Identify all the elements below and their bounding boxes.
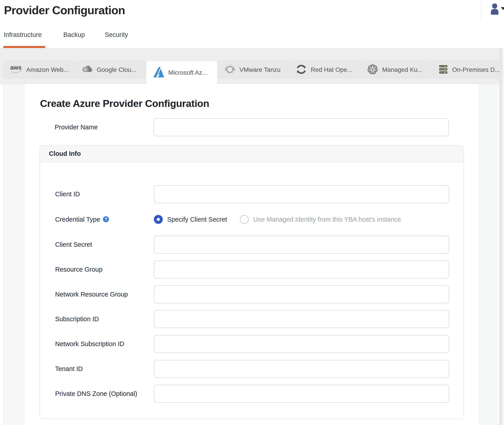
provider-tab-label: Google Clou... (97, 66, 137, 73)
provider-tab-label: Red Hat Ope... (311, 66, 352, 73)
tenant-id-input[interactable] (154, 360, 449, 378)
radio-option-label: Use Managed Identity from this YBA host'… (253, 216, 401, 223)
radio-use-managed-identity[interactable]: Use Managed Identity from this YBA host'… (240, 215, 401, 224)
network-resource-group-label: Network Resource Group (55, 286, 128, 303)
vmware-tanzu-icon (224, 63, 236, 76)
form-row-client-id: Client ID (40, 185, 464, 203)
tenant-id-label: Tenant ID (55, 360, 83, 378)
radio-unselected-icon[interactable] (240, 215, 249, 224)
section-title: Cloud Info (49, 150, 81, 157)
provider-tab-label: Managed Ku... (382, 66, 423, 73)
client-id-label: Client ID (55, 185, 80, 203)
active-tab-underline (3, 46, 45, 48)
network-subscription-id-label: Network Subscription ID (55, 335, 124, 353)
tab-infrastructure[interactable]: Infrastructure (4, 31, 42, 39)
provider-tab-aws[interactable]: aws Amazon Web... (4, 61, 74, 78)
subscription-id-label: Subscription ID (55, 310, 99, 328)
resource-group-input[interactable] (154, 260, 449, 279)
credential-type-label: Credential Type? (55, 211, 109, 228)
chevron-down-icon[interactable] (501, 7, 504, 10)
google-cloud-icon (81, 64, 93, 76)
provider-tab-azure[interactable]: Microsoft Az... (146, 61, 217, 84)
client-id-input[interactable] (154, 185, 449, 203)
form-row-client-secret: Client Secret (40, 236, 464, 254)
provider-name-label: Provider Name (55, 118, 98, 136)
provider-tab-label: On-Premises D... (452, 66, 500, 73)
tab-backup[interactable]: Backup (63, 31, 85, 39)
radio-option-label: Specify Client Secret (167, 216, 227, 223)
form-row-network-resource-group: Network Resource Group (40, 286, 464, 303)
network-resource-group-input[interactable] (154, 286, 449, 303)
network-subscription-id-input[interactable] (154, 335, 449, 353)
page-edge-shadow (500, 48, 504, 425)
provider-tab-tanzu[interactable]: VMware Tanzu (218, 61, 288, 78)
svg-text:aws: aws (10, 64, 22, 71)
provider-tab-kubernetes[interactable]: Managed Ku... (361, 61, 431, 78)
private-dns-zone-label: Private DNS Zone (Optional) (55, 385, 137, 403)
provider-tab-label: Amazon Web... (26, 66, 69, 73)
openshift-icon (295, 63, 307, 76)
subscription-id-input[interactable] (154, 310, 449, 328)
client-secret-label: Client Secret (55, 236, 92, 254)
form-row-network-subscription-id: Network Subscription ID (40, 335, 464, 353)
private-dns-zone-input[interactable] (154, 385, 449, 403)
header-divider (481, 1, 482, 21)
cloud-info-header: Cloud Info (40, 146, 464, 162)
provider-tab-label: VMware Tanzu (239, 66, 281, 73)
provider-tab-openshift[interactable]: Red Hat Ope... (289, 61, 360, 78)
resource-group-label: Resource Group (55, 260, 102, 279)
credential-type-label-text: Credential Type (55, 216, 100, 223)
form-row-credential-type: Credential Type? Specify Client Secret U… (40, 211, 464, 228)
provider-name-input[interactable] (153, 118, 449, 136)
provider-tab-label: Microsoft Az... (168, 69, 207, 76)
onprem-server-icon (438, 64, 449, 76)
radio-selected-icon[interactable] (154, 215, 163, 224)
credential-type-options: Specify Client Secret Use Managed Identi… (154, 211, 401, 228)
provider-tab-onprem[interactable]: On-Premises D... (432, 61, 503, 78)
cloud-info-card: Cloud Info Client ID Credential Type? Sp… (40, 145, 464, 419)
provider-tabs: aws Amazon Web... Google Clou... Microso… (4, 61, 503, 84)
kubernetes-icon (367, 63, 379, 76)
form-row-subscription-id: Subscription ID (40, 310, 464, 328)
client-secret-input[interactable] (154, 236, 449, 254)
page-title: Provider Configuration (4, 4, 125, 17)
form-row-private-dns-zone: Private DNS Zone (Optional) (40, 385, 464, 403)
azure-icon (152, 66, 165, 79)
radio-specify-client-secret[interactable]: Specify Client Secret (154, 215, 227, 224)
form-heading: Create Azure Provider Configuration (40, 98, 209, 109)
form-row-resource-group: Resource Group (40, 260, 464, 279)
right-gutter (478, 84, 500, 425)
form-row-tenant-id: Tenant ID (40, 360, 464, 378)
aws-icon: aws (10, 64, 23, 76)
tab-security[interactable]: Security (105, 31, 128, 39)
left-gutter (3, 84, 25, 425)
question-circle-icon[interactable]: ? (103, 216, 109, 222)
provider-tab-gcp[interactable]: Google Clou... (75, 61, 146, 78)
user-icon[interactable] (490, 3, 500, 15)
